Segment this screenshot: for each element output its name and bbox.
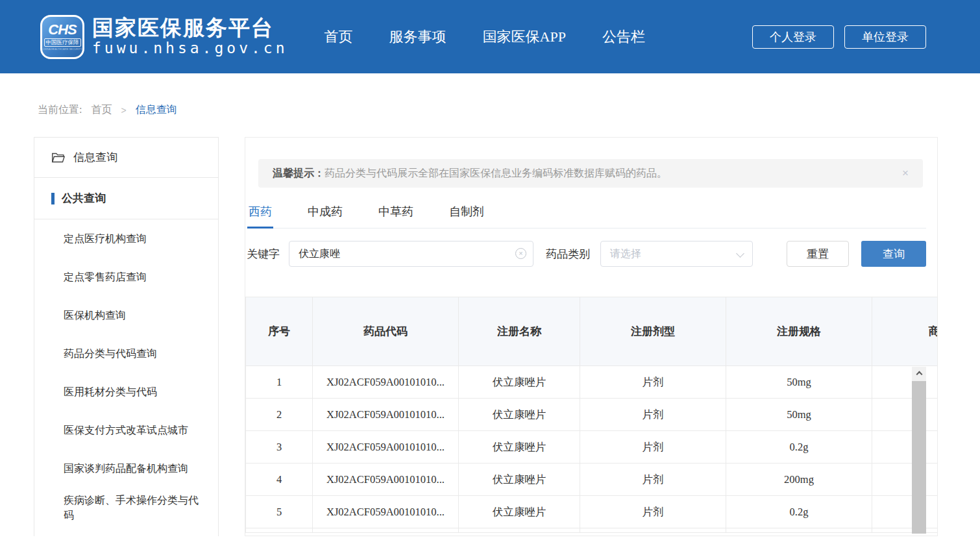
query-button[interactable]: 查询 [861, 241, 926, 267]
col-header-name: 注册名称 [459, 297, 580, 366]
breadcrumb: 当前位置: 首页 > 信息查询 [38, 103, 980, 117]
nav-item-board[interactable]: 公告栏 [602, 27, 645, 47]
table-row: 4 XJ02ACF059A00101010... 伏立康唑片 片剂 200mg [246, 464, 938, 496]
cell-code: XJ02ACF059A00101010... [313, 366, 459, 399]
login-buttons: 个人登录 单位登录 [752, 25, 926, 49]
sidebar-item-negotiated-drug-orgs[interactable]: 国家谈判药品配备机构查询 [34, 449, 218, 488]
notice-text: 药品分类与代码展示全部在国家医保信息业务编码标准数据库赋码的药品。 [325, 167, 667, 180]
cell-code: XJ02ACF059A00101010... [313, 399, 459, 431]
cell-spec: 50mg [726, 399, 872, 431]
cell-no: 1 [246, 366, 313, 399]
cell-spec: 50mg [726, 366, 872, 399]
cell-spec: 0.2g [726, 431, 872, 464]
sidebar-item-disease-diagnosis-codes[interactable]: 疾病诊断、手术操作分类与代码 [34, 488, 218, 528]
tab-chinese-patent-medicine[interactable]: 中成药 [306, 204, 344, 228]
breadcrumb-current[interactable]: 信息查询 [136, 103, 177, 117]
cell-spec: 0.2g [726, 496, 872, 528]
cell-form: 片剂 [580, 496, 726, 528]
breadcrumb-separator-icon: > [121, 105, 126, 116]
drug-category-tabs: 西药 中成药 中草药 自制剂 [247, 204, 926, 229]
nav-item-home[interactable]: 首页 [325, 27, 353, 47]
clear-input-icon[interactable]: × [515, 248, 526, 259]
unit-login-button[interactable]: 单位登录 [844, 25, 926, 49]
scrollbar-thumb[interactable] [912, 381, 926, 534]
notice-label: 温馨提示： [273, 167, 325, 180]
keyword-label: 关键字 [247, 247, 280, 262]
category-label: 药品类别 [546, 247, 590, 262]
sidebar-item-insurance-orgs[interactable]: 医保机构查询 [34, 296, 218, 334]
results-table: 序号 药品代码 注册名称 注册剂型 注册规格 商品名 1 XJ02ACF059A… [245, 297, 937, 533]
tab-western-medicine[interactable]: 西药 [247, 204, 273, 228]
sidebar-section-label: 公共查询 [62, 191, 106, 206]
sidebar-item-drug-classification-codes[interactable]: 药品分类与代码查询 [34, 334, 218, 373]
cell-name: 伏立康唑片 [459, 464, 580, 496]
sidebar-item-info-query[interactable]: 信息查询 [34, 138, 218, 178]
sidebar-item-designated-pharmacies[interactable]: 定点零售药店查询 [34, 258, 218, 296]
table-vertical-scrollbar[interactable] [912, 367, 926, 534]
reset-button[interactable]: 重置 [787, 241, 849, 267]
cell-name: 伏立康唑片 [459, 496, 580, 528]
nav-item-app[interactable]: 国家医保APP [483, 27, 566, 47]
cell-spec: 200mg [726, 464, 872, 496]
sidebar-section-public-query[interactable]: 公共查询 [34, 178, 218, 219]
chs-logo-icon: CHS 中国医疗保障 CHINA HEALTHCARE SECURITY [40, 15, 84, 59]
cell-form: 片剂 [580, 366, 726, 399]
sidebar-item-payment-reform-cities[interactable]: 医保支付方式改革试点城市 [34, 411, 218, 449]
cell-brand [872, 464, 938, 496]
col-header-code: 药品代码 [313, 297, 459, 366]
cell-no: 5 [246, 496, 313, 528]
sidebar: 信息查询 公共查询 定点医疗机构查询 定点零售药店查询 医保机构查询 药品分类与… [34, 137, 219, 536]
personal-login-button[interactable]: 个人登录 [752, 25, 834, 49]
logo-badge: 中国医疗保障 [44, 38, 81, 47]
col-header-brand: 商品名 [872, 297, 938, 366]
site-title: 国家医保服务平台 [92, 16, 288, 40]
nav-item-services[interactable]: 服务事项 [389, 27, 447, 47]
cell-brand [872, 366, 938, 399]
col-header-no: 序号 [246, 297, 313, 366]
sidebar-item-medical-consumables[interactable]: 医用耗材分类与代码 [34, 373, 218, 411]
cell-code: XJ02ACF059A00101010... [313, 431, 459, 464]
site-url: fuwu.nhsa.gov.cn [92, 40, 288, 58]
notice-bar: 温馨提示： 药品分类与代码展示全部在国家医保信息业务编码标准数据库赋码的药品。 … [258, 159, 923, 188]
col-header-form: 注册剂型 [580, 297, 726, 366]
cell-name: 伏立康唑片 [459, 399, 580, 431]
notice-close-icon[interactable]: × [902, 167, 909, 180]
cell-brand [872, 431, 938, 464]
cell-form: 片剂 [580, 431, 726, 464]
breadcrumb-label: 当前位置: [38, 103, 82, 117]
main-nav: 首页 服务事项 国家医保APP 公告栏 [325, 27, 645, 47]
chevron-down-icon [736, 249, 744, 258]
table-row: 1 XJ02ACF059A00101010... 伏立康唑片 片剂 50mg [246, 366, 938, 399]
logo-badge-subtext: CHINA HEALTHCARE SECURITY [42, 48, 82, 51]
cell-no: 4 [246, 464, 313, 496]
table-row: 5 XJ02ACF059A00101010... 伏立康唑片 片剂 0.2g [246, 496, 938, 528]
cell-name: 伏立康唑片 [459, 366, 580, 399]
table-row: 3 XJ02ACF059A00101010... 伏立康唑片 片剂 0.2g [246, 431, 938, 464]
folder-icon [51, 152, 65, 164]
cell-code: XJ02ACF059A00101010... [313, 464, 459, 496]
active-section-indicator [51, 193, 55, 204]
cell-brand [872, 496, 938, 528]
col-header-spec: 注册规格 [726, 297, 872, 366]
table-row-partial [246, 528, 938, 533]
cell-form: 片剂 [580, 464, 726, 496]
cell-brand [872, 399, 938, 431]
cell-name: 伏立康唑片 [459, 431, 580, 464]
tab-self-made-preparation[interactable]: 自制剂 [448, 204, 485, 228]
sidebar-item-designated-medical-orgs[interactable]: 定点医疗机构查询 [34, 219, 218, 258]
cell-no: 3 [246, 431, 313, 464]
table-header-row: 序号 药品代码 注册名称 注册剂型 注册规格 商品名 [246, 297, 938, 366]
category-select[interactable]: 请选择 [600, 241, 753, 267]
table-row: 2 XJ02ACF059A00101010... 伏立康唑片 片剂 50mg [246, 399, 938, 431]
cell-form: 片剂 [580, 399, 726, 431]
top-header: CHS 中国医疗保障 CHINA HEALTHCARE SECURITY 国家医… [0, 0, 980, 73]
keyword-input[interactable] [289, 241, 533, 267]
breadcrumb-home-link[interactable]: 首页 [91, 103, 112, 117]
site-logo[interactable]: CHS 中国医疗保障 CHINA HEALTHCARE SECURITY 国家医… [40, 15, 288, 59]
main-panel: 温馨提示： 药品分类与代码展示全部在国家医保信息业务编码标准数据库赋码的药品。 … [245, 137, 938, 536]
search-toolbar: 关键字 × 药品类别 请选择 重置 查询 [247, 241, 926, 267]
category-select-placeholder: 请选择 [610, 247, 641, 261]
sidebar-root-label: 信息查询 [73, 150, 117, 165]
results-table-wrap: 序号 药品代码 注册名称 注册剂型 注册规格 商品名 1 XJ02ACF059A… [245, 297, 937, 534]
tab-chinese-herbal-medicine[interactable]: 中草药 [377, 204, 415, 228]
